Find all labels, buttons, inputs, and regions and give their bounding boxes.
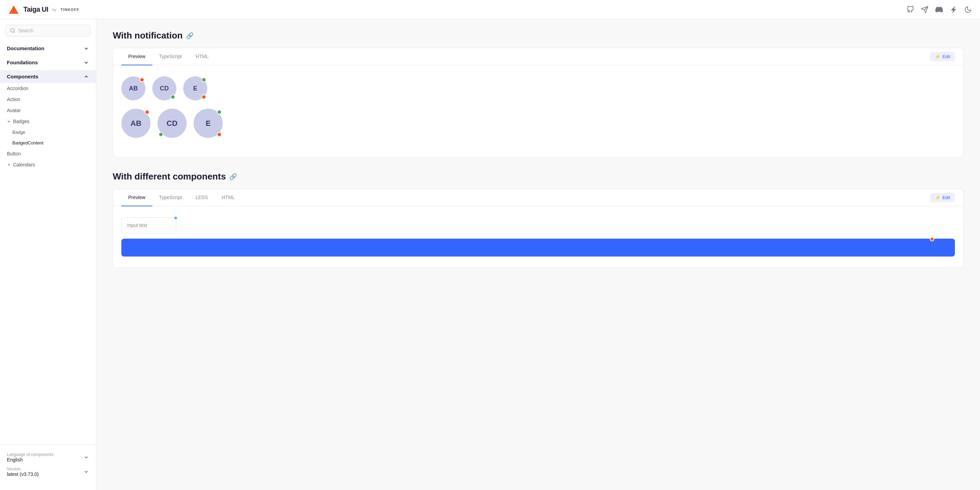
tab-typescript-1[interactable]: TypeScript	[152, 48, 189, 65]
language-chevron-icon	[84, 455, 89, 460]
darkmode-icon[interactable]	[964, 6, 972, 13]
badge-green-bottom-lg	[159, 132, 163, 137]
nav-foundations[interactable]: Foundations	[0, 56, 96, 69]
avatar-e-1: E	[183, 76, 207, 100]
nav-group-badges[interactable]: Badges	[0, 116, 96, 127]
logo-brand: TINKOFF	[60, 8, 80, 12]
chevron-down-small-icon	[7, 119, 11, 123]
section2-title: With different components 🔗	[113, 171, 964, 182]
section2-tabs: Preview TypeScript LESS HTML ⚡ Edit	[113, 189, 963, 206]
version-chevron-icon	[84, 469, 89, 474]
section1-anchor-icon[interactable]: 🔗	[186, 32, 194, 40]
discord-icon[interactable]	[935, 6, 943, 13]
section1-tabs: Preview TypeScript HTML ⚡ Edit	[113, 48, 963, 65]
section1-preview: AB CD E	[113, 65, 963, 157]
badge-orange-top-lg	[145, 110, 150, 115]
badge-green-top	[201, 77, 206, 82]
tab-html-1[interactable]: HTML	[189, 48, 216, 65]
avatar-ab-2: AB	[121, 109, 151, 138]
section2-preview: Input text	[113, 206, 963, 267]
telegram-icon[interactable]	[921, 6, 928, 13]
tab-typescript-2[interactable]: TypeScript	[152, 189, 189, 206]
nav-item-badge[interactable]: Badge	[0, 127, 96, 138]
chevron-down-icon	[84, 60, 89, 65]
section1-card: Preview TypeScript HTML ⚡ Edit AB	[113, 48, 964, 158]
input-demo[interactable]: Input text	[121, 217, 177, 233]
search-icon	[10, 28, 16, 33]
svg-marker-0	[9, 5, 19, 14]
logo-area: Taiga UI by TINKOFF	[8, 4, 80, 15]
avatar-cd-1: CD	[152, 76, 177, 100]
chevron-down-icon	[84, 46, 89, 51]
main-layout: Documentation Foundations Components	[0, 19, 980, 490]
search-input[interactable]	[18, 28, 86, 33]
badge-orange-bottom-lg	[217, 132, 222, 137]
taiga-logo-icon	[8, 4, 19, 15]
app-header: Taiga UI by TINKOFF	[0, 0, 980, 19]
nav-item-button[interactable]: Button	[0, 148, 96, 159]
section2-tab-list: Preview TypeScript LESS HTML	[121, 189, 242, 206]
nav-documentation[interactable]: Documentation	[0, 42, 96, 55]
tab-html-2[interactable]: HTML	[215, 189, 242, 206]
section2-card: Preview TypeScript LESS HTML ⚡ Edit Inpu…	[113, 189, 964, 268]
badge-green-top-lg	[217, 110, 222, 115]
tab-preview-1[interactable]: Preview	[121, 48, 152, 65]
nav-group-calendars[interactable]: Calendars	[0, 159, 96, 170]
chevron-up-icon	[84, 74, 89, 80]
nav-section-foundations: Foundations	[0, 56, 96, 69]
badge-green-bottom	[170, 95, 175, 99]
avatar-e-2: E	[194, 109, 223, 138]
header-actions	[907, 6, 972, 13]
chevron-right-small-icon	[7, 163, 11, 167]
svg-point-3	[11, 29, 14, 32]
input-badge-wrapper: Input text	[121, 217, 177, 233]
nav-section-documentation: Documentation	[0, 42, 96, 55]
avatar-row-1: AB CD E	[121, 76, 955, 100]
badge-orange-bottom	[201, 95, 206, 99]
input-badge	[173, 216, 178, 220]
badge-orange-top	[140, 77, 144, 82]
edit-button-2[interactable]: ⚡ Edit	[930, 193, 955, 202]
sidebar: Documentation Foundations Components	[0, 19, 96, 490]
version-selector[interactable]: Version latest (v3.73.0)	[7, 465, 89, 479]
avatar-row-2: AB CD E	[121, 109, 955, 138]
nav-item-action[interactable]: Action	[0, 94, 96, 105]
nav-item-badged-content[interactable]: BadgedContent	[0, 138, 96, 148]
section2-anchor-icon[interactable]: 🔗	[229, 173, 237, 181]
section1-tab-list: Preview TypeScript HTML	[121, 48, 216, 65]
stackblitz-icon[interactable]	[950, 6, 957, 13]
tab-preview-2[interactable]: Preview	[121, 189, 152, 206]
app-name: Taiga UI	[23, 5, 48, 13]
nav-components[interactable]: Components	[0, 70, 96, 83]
main-content: With notification 🔗 Preview TypeScript H…	[96, 19, 980, 490]
nav-item-avatar[interactable]: Avatar	[0, 105, 96, 116]
language-selector[interactable]: Language of components English	[7, 450, 89, 465]
edit-bolt-icon: ⚡	[935, 54, 940, 59]
nav-item-accordion[interactable]: Accordion	[0, 83, 96, 94]
edit-bolt-icon-2: ⚡	[935, 195, 940, 200]
avatar-cd-2: CD	[158, 109, 187, 138]
action-badge	[930, 237, 934, 242]
search-box[interactable]	[5, 25, 91, 37]
nav-section-components: Components Accordion Action Avatar Badge…	[0, 70, 96, 170]
logo-by-text: by	[52, 8, 56, 12]
action-bar-demo	[121, 239, 955, 256]
github-icon[interactable]	[907, 6, 914, 13]
svg-line-4	[14, 32, 15, 33]
tab-less-2[interactable]: LESS	[189, 189, 215, 206]
section1-title: With notification 🔗	[113, 30, 964, 41]
sidebar-footer: Language of components English Version l…	[0, 444, 96, 485]
edit-button-1[interactable]: ⚡ Edit	[930, 52, 955, 61]
avatar-ab-1: AB	[121, 76, 145, 100]
